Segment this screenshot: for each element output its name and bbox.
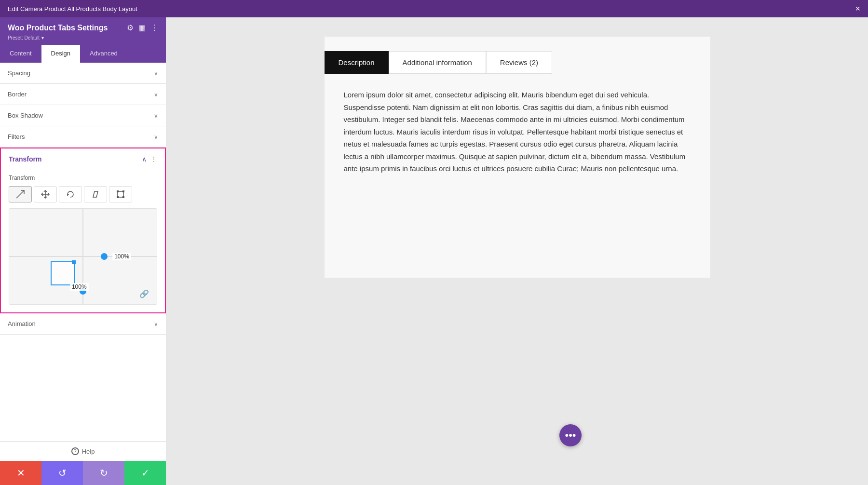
border-chevron: ∨ bbox=[154, 91, 158, 98]
animation-header[interactable]: Animation ∨ bbox=[0, 313, 166, 334]
panel-title: Woo Product Tabs Settings bbox=[8, 24, 108, 32]
border-section: Border ∨ bbox=[0, 84, 166, 105]
more-icon[interactable]: ⋮ bbox=[150, 23, 158, 32]
transform-section: Transform ∧ ⋮ Transform bbox=[0, 148, 166, 313]
cancel-button[interactable]: ✕ bbox=[0, 461, 41, 485]
spacing-header[interactable]: Spacing ∨ bbox=[0, 63, 166, 83]
filters-section: Filters ∨ bbox=[0, 126, 166, 148]
transform-more-icon[interactable]: ⋮ bbox=[150, 155, 157, 163]
animation-section: Animation ∨ bbox=[0, 313, 166, 335]
grid-icon[interactable]: ▦ bbox=[138, 23, 146, 32]
panel-header-icons: ⚙ ▦ ⋮ bbox=[127, 23, 158, 32]
transform-visual[interactable]: 100% 100% 🔗 bbox=[9, 208, 157, 305]
tab-reviews[interactable]: Reviews (2) bbox=[486, 51, 552, 74]
top-bar: Edit Camera Product All Products Body La… bbox=[0, 0, 868, 17]
horizontal-value-label: 100% bbox=[112, 253, 131, 260]
animation-chevron: ∨ bbox=[154, 321, 158, 327]
fab-button[interactable]: ••• bbox=[559, 424, 582, 446]
rotate-tool-button[interactable] bbox=[59, 186, 82, 202]
tab-content-area: Lorem ipsum dolor sit amet, consectetur … bbox=[325, 74, 710, 189]
transform-header-controls: ∧ ⋮ bbox=[142, 155, 157, 163]
horizontal-slider-dot[interactable] bbox=[101, 253, 108, 260]
transform-content: Transform bbox=[1, 170, 165, 312]
box-shadow-section: Box Shadow ∨ bbox=[0, 105, 166, 126]
box-shadow-header[interactable]: Box Shadow ∨ bbox=[0, 105, 166, 126]
tab-description[interactable]: Description bbox=[325, 51, 389, 74]
box-shadow-chevron: ∨ bbox=[154, 112, 158, 119]
panel-preset[interactable]: Preset: Default ▾ bbox=[8, 34, 158, 41]
panel-header: Woo Product Tabs Settings ⚙ ▦ ⋮ Preset: … bbox=[0, 17, 166, 45]
undo-button[interactable]: ↺ bbox=[41, 461, 83, 485]
resize-tool-button[interactable] bbox=[109, 186, 132, 202]
help-button[interactable]: ? Help bbox=[6, 447, 160, 455]
svg-line-0 bbox=[16, 190, 24, 198]
save-button[interactable]: ✓ bbox=[124, 461, 166, 485]
spacing-label: Spacing bbox=[8, 69, 30, 77]
panel-footer: ? Help bbox=[0, 441, 166, 461]
transform-sub-label: Transform bbox=[9, 175, 157, 181]
svg-rect-4 bbox=[117, 190, 119, 192]
transform-tools bbox=[9, 186, 157, 202]
transform-title: Transform bbox=[9, 155, 41, 163]
box-shadow-label: Box Shadow bbox=[8, 112, 43, 119]
bottom-bar: ✕ ↺ ↻ ✓ bbox=[0, 461, 166, 485]
tabs-navigation: Description Additional information Revie… bbox=[325, 51, 710, 74]
border-label: Border bbox=[8, 91, 27, 98]
tab-design[interactable]: Design bbox=[41, 45, 80, 63]
tab-additional-information[interactable]: Additional information bbox=[389, 51, 486, 74]
close-button[interactable]: × bbox=[855, 4, 860, 14]
settings-icon[interactable]: ⚙ bbox=[127, 23, 134, 32]
product-tabs-widget: Description Additional information Revie… bbox=[325, 37, 710, 278]
right-content: Description Additional information Revie… bbox=[166, 17, 868, 485]
filters-chevron: ∨ bbox=[154, 134, 158, 140]
top-bar-title: Edit Camera Product All Products Body La… bbox=[8, 5, 137, 13]
svg-rect-5 bbox=[122, 190, 124, 192]
filters-label: Filters bbox=[8, 133, 25, 140]
tab-advanced[interactable]: Advanced bbox=[80, 45, 127, 63]
transform-box bbox=[51, 261, 75, 285]
main-layout: Woo Product Tabs Settings ⚙ ▦ ⋮ Preset: … bbox=[0, 17, 868, 485]
link-icon[interactable]: 🔗 bbox=[139, 289, 149, 298]
left-panel: Woo Product Tabs Settings ⚙ ▦ ⋮ Preset: … bbox=[0, 17, 166, 485]
help-circle-icon: ? bbox=[71, 447, 79, 455]
fab-icon: ••• bbox=[565, 429, 576, 442]
description-text: Lorem ipsum dolor sit amet, consectetur … bbox=[344, 89, 691, 175]
vertical-value-label: 100% bbox=[70, 283, 89, 291]
transform-chevron-up[interactable]: ∧ bbox=[142, 155, 147, 163]
filters-header[interactable]: Filters ∨ bbox=[0, 126, 166, 147]
panel-content: Spacing ∨ Border ∨ Box Shadow ∨ bbox=[0, 63, 166, 441]
transform-header[interactable]: Transform ∧ ⋮ bbox=[1, 148, 165, 170]
border-header[interactable]: Border ∨ bbox=[0, 84, 166, 105]
svg-rect-6 bbox=[117, 196, 119, 198]
spacing-section: Spacing ∨ bbox=[0, 63, 166, 84]
skew-tool-button[interactable] bbox=[84, 186, 107, 202]
redo-button[interactable]: ↻ bbox=[83, 461, 124, 485]
spacing-chevron: ∨ bbox=[154, 70, 158, 77]
svg-rect-7 bbox=[122, 196, 124, 198]
animation-label: Animation bbox=[8, 320, 36, 327]
panel-tabs: Content Design Advanced bbox=[0, 45, 166, 63]
move-tool-button[interactable] bbox=[34, 186, 57, 202]
transform-box-handle[interactable] bbox=[72, 260, 76, 264]
tab-content[interactable]: Content bbox=[0, 45, 41, 63]
scale-tool-button[interactable] bbox=[9, 186, 32, 202]
